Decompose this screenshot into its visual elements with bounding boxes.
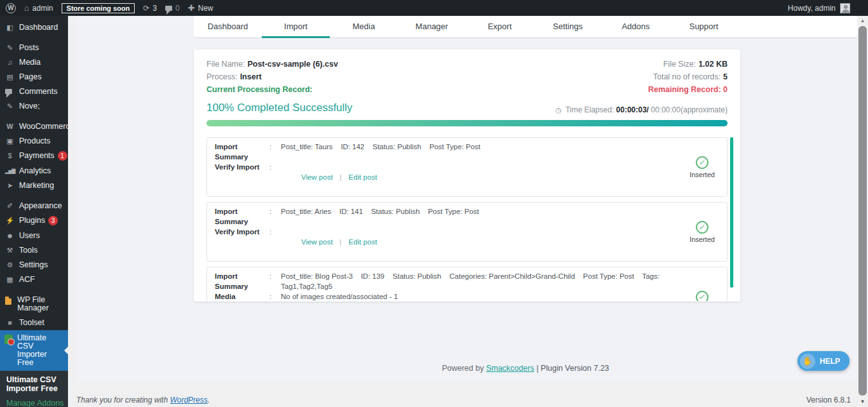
tab-dashboard[interactable]: Dashboard <box>194 16 262 38</box>
progress-bar <box>207 120 728 126</box>
coming-soon-badge[interactable]: Store coming soon <box>62 3 135 13</box>
scrollbar-thumb[interactable] <box>858 26 867 396</box>
sidebar-item-tools[interactable]: ⚒Tools <box>0 243 68 258</box>
pin-icon: ✎ <box>5 44 15 52</box>
browser-scrollbar[interactable]: ▲ ▼ <box>857 16 868 407</box>
sidebar-item-marketing[interactable]: ➤Marketing <box>0 178 68 193</box>
verify-import-label: Verify Import <box>215 227 269 257</box>
time-approx-value: 00:00:00(approximate) <box>651 105 728 114</box>
sidebar-item-label: Posts <box>19 44 39 52</box>
media-value: No of images created/associated - 1 <box>281 291 398 301</box>
dashboard-icon: ◧ <box>5 23 15 32</box>
sidebar-item-analytics[interactable]: ▂▅▇Analytics <box>0 164 68 178</box>
payments-icon: $ <box>5 152 15 160</box>
help-label: HELP <box>820 357 840 366</box>
tab-addons[interactable]: Addons <box>602 16 670 38</box>
tab-media[interactable]: Media <box>330 16 398 38</box>
analytics-icon: ▂▅▇ <box>5 167 15 175</box>
sidebar-item-plugins[interactable]: ⚡Plugins3 <box>0 213 68 229</box>
sidebar-item-label: WP File Manager <box>17 296 66 312</box>
sidebar-item-label: Comments <box>19 88 57 96</box>
sidebar-item-toolset[interactable]: ■Toolset <box>0 316 68 330</box>
process-value: Insert <box>240 72 262 81</box>
site-name-menu[interactable]: ⌂ admin <box>24 3 53 13</box>
sidebar-item-comments[interactable]: Comments <box>0 84 68 99</box>
sidebar-item-settings[interactable]: ⚙Settings <box>0 258 68 272</box>
edit-post-link[interactable]: Edit post <box>349 238 377 246</box>
inserted-check-icon: ✓ <box>695 290 710 301</box>
submenu-item-manage-addons[interactable]: Manage Addons <box>6 393 64 407</box>
tab-export[interactable]: Export <box>466 16 534 38</box>
update-icon: ⟳ <box>143 4 149 13</box>
sidebar-item-label: Analytics <box>19 167 51 175</box>
import-results-list: Import Summary : Post_title: Taurs ID: 1… <box>207 137 728 301</box>
file-name-label: File Name: <box>207 60 245 69</box>
file-info: File Name:Post-csv-sample (6).csv Proces… <box>207 58 728 96</box>
sidebar-item-media[interactable]: ♫Media <box>0 55 68 70</box>
account-menu[interactable]: Howdy, admin <box>788 3 868 13</box>
sidebar-item-dashboard[interactable]: ◧Dashboard <box>0 20 68 35</box>
plugin-version-text: | Plugin Version 7.23 <box>536 364 609 373</box>
wordpress-logo-icon[interactable]: W <box>6 3 16 13</box>
updates-menu[interactable]: ⟳ 3 <box>143 4 157 13</box>
products-icon: ▣ <box>5 137 15 145</box>
admin-content-area: DashboardImportMediaManagerExportSetting… <box>68 16 857 381</box>
count-badge: 1 <box>58 151 67 161</box>
help-button[interactable]: ✋ HELP <box>797 351 850 371</box>
inserted-check-icon: ✓ <box>695 155 710 170</box>
completion-heading: 100% Completed Successfully <box>207 102 353 114</box>
marketing-icon: ➤ <box>5 182 15 190</box>
sidebar-item-payments[interactable]: $Payments1 <box>0 149 68 164</box>
sidebar-item-woocommerce[interactable]: WWooCommerce <box>0 119 68 134</box>
plus-icon: ✚ <box>188 3 195 13</box>
tab-support[interactable]: Support <box>670 16 738 38</box>
import-summary-label: Import Summary <box>215 142 269 162</box>
view-post-link[interactable]: View post <box>301 238 333 246</box>
sidebar-item-posts[interactable]: ✎Posts <box>0 41 68 55</box>
pages-icon: ▤ <box>5 73 15 81</box>
time-elapsed: ◷ Time Elapsed: 00:00:03/ 00:00:00(appro… <box>555 105 728 114</box>
tab-manager[interactable]: Manager <box>398 16 466 38</box>
sidebar-item-pages[interactable]: ▤Pages <box>0 70 68 84</box>
powered-by-text: Powered by <box>442 364 484 373</box>
inserted-check-icon: ✓ <box>695 220 710 234</box>
import-summary-value: Post_title: Aries ID: 141 Status: Publis… <box>281 206 479 227</box>
acf-icon: ▦ <box>5 276 15 284</box>
tools-icon: ⚒ <box>5 246 15 255</box>
sidebar-item-label: WooCommerce <box>19 123 74 131</box>
sidebar-item-acf[interactable]: ▦ACF <box>0 272 68 287</box>
scrollbar-up-arrow[interactable]: ▲ <box>857 18 868 23</box>
update-count: 3 <box>153 4 157 13</box>
results-scrollbar-thumb[interactable] <box>730 137 733 288</box>
tab-import[interactable]: Import <box>262 16 330 38</box>
sidebar-item-ultimate-csv-importer-free[interactable]: Ultimate CSV Importer Free <box>0 330 68 371</box>
insert-status: ✓ Inserted <box>682 271 722 301</box>
sidebar-item-label: ACF <box>19 276 35 284</box>
scrollbar-down-arrow[interactable]: ▼ <box>857 399 868 404</box>
admin-sidebar: ◧Dashboard✎Posts♫Media▤PagesComments✎Nov… <box>0 16 68 407</box>
submenu-item-ultimate-csv-importer-free[interactable]: Ultimate CSV Importer Free <box>6 375 64 393</box>
comment-icon <box>165 6 172 11</box>
media-label: Media <box>215 291 269 301</box>
edit-post-link[interactable]: Edit post <box>349 173 377 181</box>
admin-bar: W ⌂ admin Store coming soon ⟳ 3 0 ✚ New … <box>0 0 868 16</box>
tab-settings[interactable]: Settings <box>534 16 602 38</box>
sidebar-item-label: Pages <box>19 73 41 81</box>
wordpress-link[interactable]: WordPress <box>170 396 207 404</box>
new-content-menu[interactable]: ✚ New <box>188 3 214 13</box>
sidebar-item-nove[interactable]: ✎Nove; <box>0 99 68 114</box>
time-elapsed-value: 00:00:03/ <box>616 105 649 114</box>
sidebar-item-wp-file-manager[interactable]: WP File Manager <box>0 293 68 316</box>
smackcoders-link[interactable]: Smackcoders <box>486 364 534 373</box>
sidebar-item-products[interactable]: ▣Products <box>0 134 68 149</box>
sidebar-item-users[interactable]: ☻Users <box>0 229 68 243</box>
media-icon: ♫ <box>5 58 15 67</box>
appearance-icon: ✐ <box>5 202 15 210</box>
comments-menu[interactable]: 0 <box>165 4 180 13</box>
view-post-link[interactable]: View post <box>301 173 333 181</box>
wp-version-text: Version 6.8.1 <box>806 396 851 404</box>
footer-thanks: Thank you for creating with WordPress. <box>76 396 210 404</box>
site-name: admin <box>32 4 53 13</box>
sidebar-item-appearance[interactable]: ✐Appearance <box>0 199 68 213</box>
import-results: Import Summary : Post_title: Taurs ID: 1… <box>207 137 728 301</box>
